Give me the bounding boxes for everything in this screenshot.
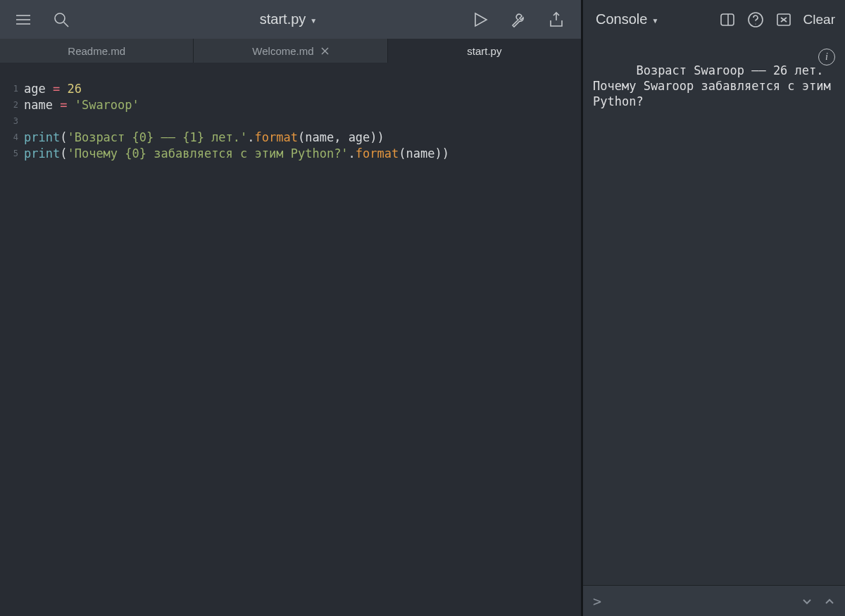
svg-line-4 xyxy=(64,22,69,27)
line-number: 2 xyxy=(0,97,18,113)
tools-icon[interactable] xyxy=(509,11,527,29)
chevron-down-icon: ▼ xyxy=(310,15,317,25)
line-number: 1 xyxy=(0,81,18,97)
close-icon[interactable] xyxy=(321,47,329,55)
editor-toolbar: start.py ▼ xyxy=(0,0,581,39)
line-number-gutter: 12345 xyxy=(0,81,24,616)
export-icon[interactable] xyxy=(547,11,565,29)
console-title-label: Console xyxy=(596,11,647,27)
search-icon[interactable] xyxy=(52,11,70,29)
tab-start-py[interactable]: start.py xyxy=(388,39,581,63)
tab-label: Welcome.md xyxy=(252,45,313,57)
info-icon[interactable]: i xyxy=(818,49,835,65)
svg-rect-9 xyxy=(721,14,734,25)
svg-point-12 xyxy=(755,23,756,24)
console-output: Возраст Swaroop –– 26 лет. Почему Swaroo… xyxy=(583,39,845,585)
code-line[interactable] xyxy=(24,113,581,130)
line-number: 3 xyxy=(0,113,18,130)
code-editor[interactable]: 12345 age = 26name = 'Swaroop' print('Во… xyxy=(0,63,581,616)
code-line[interactable]: print('Возраст {0} –– {1} лет.'.format(n… xyxy=(24,130,581,146)
tab-readme-md[interactable]: Readme.md xyxy=(0,39,194,63)
line-number: 5 xyxy=(0,146,18,162)
panel-layout-icon[interactable] xyxy=(719,11,736,28)
svg-point-3 xyxy=(55,13,65,23)
code-line[interactable]: age = 26 xyxy=(24,81,581,97)
run-icon[interactable] xyxy=(471,11,489,29)
code-content[interactable]: age = 26name = 'Swaroop' print('Возраст … xyxy=(24,81,581,616)
line-number: 4 xyxy=(0,130,18,146)
console-output-text: Возраст Swaroop –– 26 лет. Почему Swaroo… xyxy=(593,63,838,108)
tab-label: Readme.md xyxy=(68,45,125,57)
help-icon[interactable] xyxy=(747,11,764,28)
console-input-bar: > xyxy=(583,585,845,616)
tab-label: start.py xyxy=(467,45,501,57)
svg-marker-5 xyxy=(475,13,487,26)
tab-welcome-md[interactable]: Welcome.md xyxy=(194,39,387,63)
file-title-label: start.py xyxy=(260,11,306,27)
history-up-icon[interactable] xyxy=(824,596,835,607)
clear-button[interactable]: Clear xyxy=(803,12,835,27)
console-input[interactable] xyxy=(607,594,796,608)
menu-icon[interactable] xyxy=(14,11,32,29)
console-toolbar: Console ▼ Clear xyxy=(583,0,845,39)
code-line[interactable]: print('Почему {0} забавляется с этим Pyt… xyxy=(24,146,581,162)
history-down-icon[interactable] xyxy=(801,596,813,607)
file-title[interactable]: start.py ▼ xyxy=(106,11,471,27)
console-prompt: > xyxy=(593,593,601,610)
code-line[interactable]: name = 'Swaroop' xyxy=(24,97,581,113)
chevron-down-icon: ▼ xyxy=(651,15,658,25)
tab-bar: Readme.mdWelcome.mdstart.py xyxy=(0,39,581,63)
console-title[interactable]: Console ▼ xyxy=(596,11,658,27)
clear-output-icon[interactable] xyxy=(775,11,792,28)
